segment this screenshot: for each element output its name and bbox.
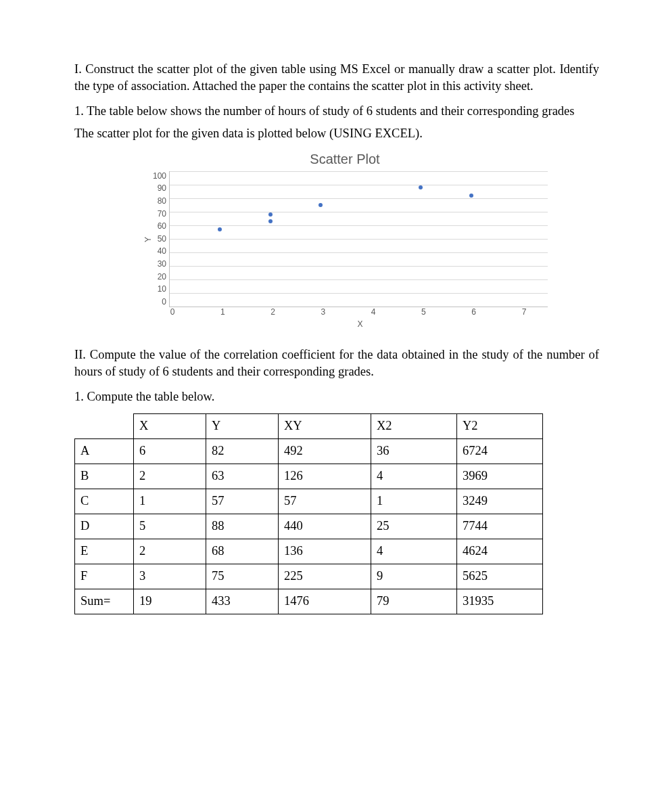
y-tick: 20 — [153, 272, 166, 281]
cell-xy: 440 — [279, 514, 371, 539]
y-tick: 70 — [153, 209, 166, 219]
x-tick: 3 — [321, 307, 326, 317]
cell-y2: 7744 — [457, 514, 543, 539]
sum-label: Sum= — [75, 589, 134, 614]
row-label: C — [75, 489, 134, 514]
y-tick: 50 — [153, 234, 166, 244]
section-i-q1: 1. The table below shows the number of h… — [74, 103, 599, 120]
x-tick: 0 — [170, 307, 175, 317]
cell-y2: 6724 — [457, 438, 543, 464]
cell-x: 1 — [134, 489, 206, 514]
page: I. Construct the scatter plot of the giv… — [0, 0, 660, 812]
cell-y2: 5625 — [457, 564, 543, 589]
section-ii-intro: II. Compute the value of the correlation… — [74, 346, 599, 380]
cell-y: 88 — [206, 514, 279, 539]
header-xy: XY — [279, 413, 371, 438]
cell-x2: 1 — [371, 489, 457, 514]
plot-area — [169, 171, 548, 307]
y-tick: 30 — [153, 259, 166, 269]
cell-y2: 3969 — [457, 464, 543, 489]
x-axis-ticks: 01234567 — [172, 307, 524, 318]
data-point — [319, 203, 323, 207]
x-tick: 4 — [371, 307, 376, 317]
x-tick: 5 — [421, 307, 426, 317]
data-point — [268, 212, 273, 217]
sum-xy: 1476 — [279, 589, 371, 614]
y-tick: 10 — [153, 284, 166, 294]
y-tick: 0 — [153, 297, 166, 307]
cell-x: 3 — [134, 564, 206, 589]
table-sum-row: Sum=1943314767931935 — [75, 589, 543, 614]
cell-y: 75 — [206, 564, 279, 589]
sum-x2: 79 — [371, 589, 457, 614]
x-tick: 7 — [522, 307, 527, 317]
chart-title: Scatter Plot — [142, 152, 548, 167]
y-axis-label: Y — [142, 171, 153, 307]
table-row: E26813644624 — [75, 539, 543, 564]
sum-y2: 31935 — [457, 589, 543, 614]
section-ii-q1: 1. Compute the table below. — [74, 388, 599, 405]
row-label: E — [75, 539, 134, 564]
cell-y: 57 — [206, 489, 279, 514]
cell-x2: 4 — [371, 539, 457, 564]
y-tick: 90 — [153, 183, 166, 193]
cell-x2: 4 — [371, 464, 457, 489]
row-label: B — [75, 464, 134, 489]
table-row: B26312643969 — [75, 464, 543, 489]
cell-xy: 126 — [279, 464, 371, 489]
row-label: F — [75, 564, 134, 589]
cell-xy: 225 — [279, 564, 371, 589]
cell-x: 6 — [134, 438, 206, 464]
table-row: D588440257744 — [75, 514, 543, 539]
cell-x2: 9 — [371, 564, 457, 589]
y-tick: 80 — [153, 196, 166, 206]
table-header-row: XYXYX2Y2 — [75, 413, 543, 438]
table-row: C1575713249 — [75, 489, 543, 514]
data-point — [218, 227, 222, 231]
x-tick: 1 — [220, 307, 225, 317]
correlation-table: XYXYX2Y2A682492366724B26312643969C157571… — [74, 413, 543, 614]
section-i-caption: The scatter plot for the given data is p… — [74, 125, 599, 142]
cell-xy: 136 — [279, 539, 371, 564]
cell-x2: 36 — [371, 438, 457, 464]
cell-y2: 3249 — [457, 489, 543, 514]
header-blank — [75, 413, 134, 438]
data-point — [469, 194, 473, 198]
data-point — [419, 185, 423, 189]
x-axis-label: X — [172, 319, 548, 329]
scatter-chart: Scatter Plot Y 1009080706050403020100 01… — [142, 152, 548, 329]
x-tick: 6 — [471, 307, 476, 317]
cell-y: 63 — [206, 464, 279, 489]
cell-y2: 4624 — [457, 539, 543, 564]
header-y2: Y2 — [457, 413, 543, 438]
cell-x: 2 — [134, 539, 206, 564]
table-row: A682492366724 — [75, 438, 543, 464]
data-point — [268, 219, 273, 223]
y-axis-ticks: 1009080706050403020100 — [153, 171, 169, 307]
y-tick: 40 — [153, 246, 166, 256]
row-label: A — [75, 438, 134, 464]
cell-y: 82 — [206, 438, 279, 464]
y-tick: 60 — [153, 221, 166, 231]
y-tick: 100 — [153, 171, 166, 181]
cell-x: 2 — [134, 464, 206, 489]
header-y: Y — [206, 413, 279, 438]
cell-x2: 25 — [371, 514, 457, 539]
header-x2: X2 — [371, 413, 457, 438]
cell-x: 5 — [134, 514, 206, 539]
section-i-intro: I. Construct the scatter plot of the giv… — [74, 61, 599, 95]
sum-x: 19 — [134, 589, 206, 614]
sum-y: 433 — [206, 589, 279, 614]
row-label: D — [75, 514, 134, 539]
x-tick: 2 — [270, 307, 275, 317]
cell-xy: 57 — [279, 489, 371, 514]
table-row: F37522595625 — [75, 564, 543, 589]
header-x: X — [134, 413, 206, 438]
cell-y: 68 — [206, 539, 279, 564]
cell-xy: 492 — [279, 438, 371, 464]
